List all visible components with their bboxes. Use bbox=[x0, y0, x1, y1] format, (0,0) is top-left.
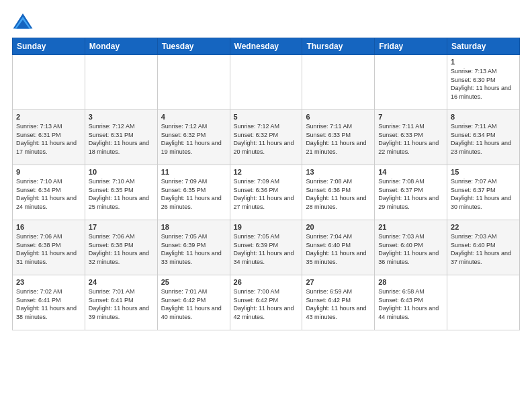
calendar-day-cell: 13Sunrise: 7:08 AM Sunset: 6:36 PM Dayli… bbox=[302, 165, 375, 220]
day-info: Sunrise: 7:09 AM Sunset: 6:36 PM Dayligh… bbox=[234, 177, 299, 211]
calendar-day-cell: 24Sunrise: 7:01 AM Sunset: 6:41 PM Dayli… bbox=[85, 275, 157, 330]
day-info: Sunrise: 6:59 AM Sunset: 6:42 PM Dayligh… bbox=[306, 287, 371, 321]
logo-icon bbox=[12, 12, 34, 31]
day-info: Sunrise: 7:06 AM Sunset: 6:38 PM Dayligh… bbox=[89, 232, 154, 266]
calendar-day-cell: 4Sunrise: 7:12 AM Sunset: 6:32 PM Daylig… bbox=[157, 110, 230, 165]
day-number: 27 bbox=[306, 278, 371, 286]
day-info: Sunrise: 7:11 AM Sunset: 6:33 PM Dayligh… bbox=[306, 122, 371, 156]
calendar-day-cell: 1Sunrise: 7:13 AM Sunset: 6:30 PM Daylig… bbox=[447, 55, 520, 110]
calendar-day-cell bbox=[157, 55, 230, 110]
day-number: 24 bbox=[89, 278, 154, 286]
day-info: Sunrise: 6:58 AM Sunset: 6:43 PM Dayligh… bbox=[378, 287, 443, 321]
day-number: 9 bbox=[16, 168, 81, 176]
calendar-header-cell: Tuesday bbox=[157, 38, 230, 55]
calendar-day-cell bbox=[375, 55, 447, 110]
day-number: 23 bbox=[16, 278, 81, 286]
day-number: 11 bbox=[161, 168, 226, 176]
day-info: Sunrise: 7:09 AM Sunset: 6:35 PM Dayligh… bbox=[161, 177, 226, 211]
day-number: 17 bbox=[89, 223, 154, 231]
day-number: 15 bbox=[451, 168, 516, 176]
day-info: Sunrise: 7:08 AM Sunset: 6:36 PM Dayligh… bbox=[306, 177, 371, 211]
day-number: 5 bbox=[234, 113, 299, 121]
calendar-day-cell: 6Sunrise: 7:11 AM Sunset: 6:33 PM Daylig… bbox=[302, 110, 375, 165]
day-number: 13 bbox=[306, 168, 371, 176]
day-info: Sunrise: 7:12 AM Sunset: 6:32 PM Dayligh… bbox=[234, 122, 299, 156]
day-info: Sunrise: 7:03 AM Sunset: 6:40 PM Dayligh… bbox=[378, 232, 443, 266]
day-info: Sunrise: 7:02 AM Sunset: 6:41 PM Dayligh… bbox=[16, 287, 81, 321]
calendar-week-row: 16Sunrise: 7:06 AM Sunset: 6:38 PM Dayli… bbox=[13, 220, 520, 275]
day-number: 22 bbox=[451, 223, 516, 231]
day-info: Sunrise: 7:08 AM Sunset: 6:37 PM Dayligh… bbox=[378, 177, 443, 211]
day-number: 3 bbox=[89, 113, 154, 121]
calendar-day-cell: 22Sunrise: 7:03 AM Sunset: 6:40 PM Dayli… bbox=[447, 220, 520, 275]
calendar-day-cell: 18Sunrise: 7:05 AM Sunset: 6:39 PM Dayli… bbox=[157, 220, 230, 275]
day-info: Sunrise: 7:12 AM Sunset: 6:32 PM Dayligh… bbox=[161, 122, 226, 156]
calendar-day-cell: 28Sunrise: 6:58 AM Sunset: 6:43 PM Dayli… bbox=[375, 275, 447, 330]
day-info: Sunrise: 7:07 AM Sunset: 6:37 PM Dayligh… bbox=[451, 177, 516, 211]
day-info: Sunrise: 7:04 AM Sunset: 6:40 PM Dayligh… bbox=[306, 232, 371, 266]
day-number: 28 bbox=[378, 278, 443, 286]
calendar-day-cell: 16Sunrise: 7:06 AM Sunset: 6:38 PM Dayli… bbox=[13, 220, 85, 275]
day-number: 7 bbox=[378, 113, 443, 121]
calendar-day-cell: 27Sunrise: 6:59 AM Sunset: 6:42 PM Dayli… bbox=[302, 275, 375, 330]
calendar-header-cell: Sunday bbox=[13, 38, 85, 55]
day-info: Sunrise: 7:13 AM Sunset: 6:30 PM Dayligh… bbox=[451, 67, 516, 101]
day-number: 12 bbox=[234, 168, 299, 176]
calendar-header-cell: Friday bbox=[375, 38, 447, 55]
day-number: 26 bbox=[234, 278, 299, 286]
day-number: 16 bbox=[16, 223, 81, 231]
day-info: Sunrise: 7:05 AM Sunset: 6:39 PM Dayligh… bbox=[161, 232, 226, 266]
calendar-day-cell: 12Sunrise: 7:09 AM Sunset: 6:36 PM Dayli… bbox=[230, 165, 302, 220]
day-info: Sunrise: 7:05 AM Sunset: 6:39 PM Dayligh… bbox=[234, 232, 299, 266]
calendar-day-cell bbox=[85, 55, 157, 110]
day-number: 18 bbox=[161, 223, 226, 231]
calendar-day-cell bbox=[230, 55, 302, 110]
calendar-day-cell: 5Sunrise: 7:12 AM Sunset: 6:32 PM Daylig… bbox=[230, 110, 302, 165]
day-info: Sunrise: 7:12 AM Sunset: 6:31 PM Dayligh… bbox=[89, 122, 154, 156]
day-number: 4 bbox=[161, 113, 226, 121]
day-number: 25 bbox=[161, 278, 226, 286]
calendar-day-cell: 19Sunrise: 7:05 AM Sunset: 6:39 PM Dayli… bbox=[230, 220, 302, 275]
calendar-week-row: 1Sunrise: 7:13 AM Sunset: 6:30 PM Daylig… bbox=[13, 55, 520, 110]
calendar-header-cell: Thursday bbox=[302, 38, 375, 55]
day-info: Sunrise: 7:10 AM Sunset: 6:34 PM Dayligh… bbox=[16, 177, 81, 211]
day-info: Sunrise: 7:13 AM Sunset: 6:31 PM Dayligh… bbox=[16, 122, 81, 156]
calendar-day-cell: 7Sunrise: 7:11 AM Sunset: 6:33 PM Daylig… bbox=[375, 110, 447, 165]
calendar-day-cell: 25Sunrise: 7:01 AM Sunset: 6:42 PM Dayli… bbox=[157, 275, 230, 330]
calendar-day-cell: 9Sunrise: 7:10 AM Sunset: 6:34 PM Daylig… bbox=[13, 165, 85, 220]
day-number: 8 bbox=[451, 113, 516, 121]
calendar-day-cell: 20Sunrise: 7:04 AM Sunset: 6:40 PM Dayli… bbox=[302, 220, 375, 275]
calendar-day-cell: 10Sunrise: 7:10 AM Sunset: 6:35 PM Dayli… bbox=[85, 165, 157, 220]
calendar-day-cell bbox=[447, 275, 520, 330]
calendar-header-cell: Saturday bbox=[447, 38, 520, 55]
calendar-day-cell: 2Sunrise: 7:13 AM Sunset: 6:31 PM Daylig… bbox=[13, 110, 85, 165]
day-info: Sunrise: 7:01 AM Sunset: 6:42 PM Dayligh… bbox=[161, 287, 226, 321]
calendar-week-row: 2Sunrise: 7:13 AM Sunset: 6:31 PM Daylig… bbox=[13, 110, 520, 165]
day-info: Sunrise: 7:11 AM Sunset: 6:34 PM Dayligh… bbox=[451, 122, 516, 156]
calendar-body: 1Sunrise: 7:13 AM Sunset: 6:30 PM Daylig… bbox=[13, 55, 520, 330]
calendar-table: SundayMondayTuesdayWednesdayThursdayFrid… bbox=[12, 38, 520, 330]
calendar-day-cell: 11Sunrise: 7:09 AM Sunset: 6:35 PM Dayli… bbox=[157, 165, 230, 220]
day-info: Sunrise: 7:06 AM Sunset: 6:38 PM Dayligh… bbox=[16, 232, 81, 266]
day-info: Sunrise: 7:11 AM Sunset: 6:33 PM Dayligh… bbox=[378, 122, 443, 156]
day-info: Sunrise: 7:00 AM Sunset: 6:42 PM Dayligh… bbox=[234, 287, 299, 321]
day-info: Sunrise: 7:03 AM Sunset: 6:40 PM Dayligh… bbox=[451, 232, 516, 266]
calendar-day-cell bbox=[13, 55, 85, 110]
day-number: 10 bbox=[89, 168, 154, 176]
day-info: Sunrise: 7:10 AM Sunset: 6:35 PM Dayligh… bbox=[89, 177, 154, 211]
page-header bbox=[12, 12, 520, 31]
calendar-header-row: SundayMondayTuesdayWednesdayThursdayFrid… bbox=[13, 38, 520, 55]
calendar-day-cell: 3Sunrise: 7:12 AM Sunset: 6:31 PM Daylig… bbox=[85, 110, 157, 165]
calendar-week-row: 23Sunrise: 7:02 AM Sunset: 6:41 PM Dayli… bbox=[13, 275, 520, 330]
day-number: 2 bbox=[16, 113, 81, 121]
calendar-day-cell: 8Sunrise: 7:11 AM Sunset: 6:34 PM Daylig… bbox=[447, 110, 520, 165]
day-info: Sunrise: 7:01 AM Sunset: 6:41 PM Dayligh… bbox=[89, 287, 154, 321]
calendar-day-cell bbox=[302, 55, 375, 110]
day-number: 21 bbox=[378, 223, 443, 231]
day-number: 14 bbox=[378, 168, 443, 176]
calendar-day-cell: 14Sunrise: 7:08 AM Sunset: 6:37 PM Dayli… bbox=[375, 165, 447, 220]
calendar-day-cell: 17Sunrise: 7:06 AM Sunset: 6:38 PM Dayli… bbox=[85, 220, 157, 275]
day-number: 20 bbox=[306, 223, 371, 231]
calendar-header-cell: Monday bbox=[85, 38, 157, 55]
calendar-day-cell: 26Sunrise: 7:00 AM Sunset: 6:42 PM Dayli… bbox=[230, 275, 302, 330]
